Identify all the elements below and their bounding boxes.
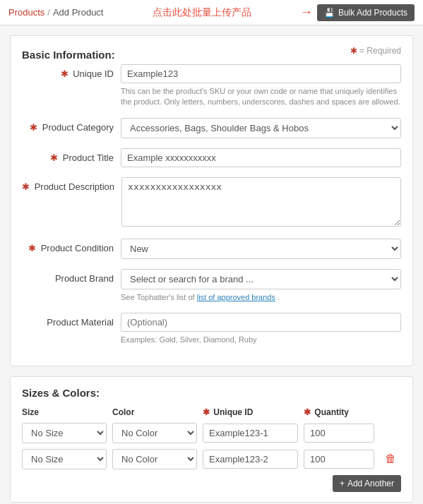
col-unique-id-label: ✱ Unique ID bbox=[203, 407, 298, 417]
bulk-add-products-button[interactable]: 💾 Bulk Add Products bbox=[317, 4, 415, 21]
basic-info-title: Basic Information: bbox=[22, 49, 115, 61]
product-description-wrap: xxxxxxxxxxxxxxxxx bbox=[121, 177, 401, 229]
product-material-wrap: Examples: Gold, Silver, Diamond, Ruby bbox=[121, 313, 401, 345]
product-material-row: Product Material Examples: Gold, Silver,… bbox=[22, 313, 401, 345]
center-annotation-text: 点击此处批量上传产品 bbox=[153, 6, 251, 19]
product-category-select[interactable]: Accessories, Bags, Shoulder Bags & Hobos bbox=[121, 118, 401, 138]
color-select-1[interactable]: No Color bbox=[112, 423, 197, 443]
product-title-input[interactable] bbox=[121, 148, 401, 167]
row2-quantity-input[interactable] bbox=[304, 450, 374, 469]
add-another-label: Add Another bbox=[347, 479, 394, 488]
unique-id-label: ✱ Unique ID bbox=[22, 64, 114, 79]
arrow-icon: → bbox=[300, 5, 313, 20]
product-title-label: ✱ Product Title bbox=[22, 148, 114, 163]
unique-id-wrap: This can be the product's SKU or your ow… bbox=[121, 64, 401, 108]
sizes-row: No Size No Color 🗑 bbox=[22, 449, 401, 469]
breadcrumb-separator: / bbox=[47, 7, 50, 18]
unique-id-help: This can be the product's SKU or your ow… bbox=[121, 86, 401, 108]
product-brand-select[interactable]: Select or search for a brand ... bbox=[121, 269, 401, 289]
product-description-label: ✱ Product Description bbox=[22, 177, 114, 192]
product-condition-wrap: New bbox=[121, 239, 401, 259]
bulk-btn-label: Bulk Add Products bbox=[338, 8, 407, 18]
product-title-wrap bbox=[121, 148, 401, 167]
breadcrumb-products-link[interactable]: Products bbox=[8, 7, 44, 18]
basic-information-section: Basic Information: ✱ = Required ✱ Unique… bbox=[10, 35, 413, 366]
product-condition-row: ✱ Product Condition New bbox=[22, 239, 401, 259]
product-category-wrap: Accessories, Bags, Shoulder Bags & Hobos bbox=[121, 118, 401, 138]
sizes-colors-section: Sizes & Colors: Size Color ✱ Unique ID ✱… bbox=[10, 376, 413, 503]
size-select-2[interactable]: No Size bbox=[22, 449, 107, 469]
product-condition-label: ✱ Product Condition bbox=[22, 239, 114, 253]
product-category-label: ✱ Product Category bbox=[22, 118, 114, 133]
col-quantity-label: ✱ Quantity bbox=[304, 407, 374, 417]
add-another-row: + Add Another bbox=[22, 475, 401, 492]
unique-id-row: ✱ Unique ID This can be the product's SK… bbox=[22, 64, 401, 108]
sizes-table-header: Size Color ✱ Unique ID ✱ Quantity bbox=[22, 407, 401, 417]
product-brand-help: See Tophatter's list of list of approved… bbox=[121, 292, 401, 303]
product-brand-label: Product Brand bbox=[22, 269, 114, 284]
product-brand-row: Product Brand Select or search for a bra… bbox=[22, 269, 401, 303]
sizes-colors-title: Sizes & Colors: bbox=[22, 387, 401, 399]
product-material-help: Examples: Gold, Silver, Diamond, Ruby bbox=[121, 335, 401, 345]
product-description-row: ✱ Product Description xxxxxxxxxxxxxxxxx bbox=[22, 177, 401, 229]
upload-icon: 💾 bbox=[324, 8, 335, 18]
approved-brands-link[interactable]: list of approved brands bbox=[197, 293, 275, 301]
product-material-input[interactable] bbox=[121, 313, 401, 332]
sizes-row: No Size No Color bbox=[22, 423, 401, 443]
main-content: Basic Information: ✱ = Required ✱ Unique… bbox=[0, 25, 423, 504]
row1-quantity-input[interactable] bbox=[304, 424, 374, 443]
product-category-row: ✱ Product Category Accessories, Bags, Sh… bbox=[22, 118, 401, 138]
color-select-2[interactable]: No Color bbox=[112, 449, 197, 469]
product-material-label: Product Material bbox=[22, 313, 114, 328]
required-note: ✱ = Required bbox=[350, 46, 401, 56]
unique-id-input[interactable] bbox=[121, 64, 401, 83]
breadcrumb: Products / Add Product bbox=[8, 7, 103, 18]
product-description-textarea[interactable]: xxxxxxxxxxxxxxxxx bbox=[121, 177, 401, 227]
delete-row2-button[interactable]: 🗑 bbox=[380, 452, 401, 465]
product-title-row: ✱ Product Title bbox=[22, 148, 401, 167]
col-size-label: Size bbox=[22, 407, 107, 417]
size-select-1[interactable]: No Size bbox=[22, 423, 107, 443]
plus-icon: + bbox=[340, 479, 345, 488]
add-another-button[interactable]: + Add Another bbox=[333, 475, 401, 492]
row2-unique-id-input[interactable] bbox=[203, 450, 298, 469]
page-header: Products / Add Product 点击此处批量上传产品 → 💾 Bu… bbox=[0, 0, 423, 25]
col-color-label: Color bbox=[112, 407, 197, 417]
required-star: ✱ bbox=[350, 46, 357, 56]
row1-unique-id-input[interactable] bbox=[203, 424, 298, 443]
header-right: → 💾 Bulk Add Products bbox=[300, 4, 415, 21]
breadcrumb-current: Add Product bbox=[53, 7, 104, 18]
product-condition-select[interactable]: New bbox=[121, 239, 401, 259]
product-brand-wrap: Select or search for a brand ... See Top… bbox=[121, 269, 401, 303]
